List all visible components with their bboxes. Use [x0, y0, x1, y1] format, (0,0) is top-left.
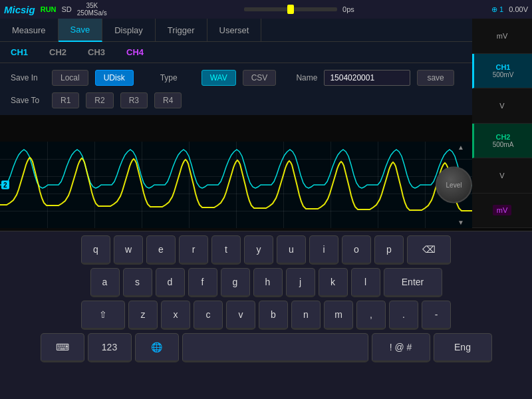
level-arrow-up: ▲	[458, 144, 464, 151]
key-m[interactable]: m	[324, 301, 353, 330]
filename-input[interactable]	[324, 70, 410, 86]
key-o[interactable]: o	[342, 235, 371, 265]
save-options: Save In Local UDisk Type WAV CSV Name sa…	[0, 63, 472, 115]
scope-screen: 2 ▲ Level ▼	[0, 142, 472, 228]
key-q[interactable]: q	[81, 235, 110, 265]
bot-mv-label: mV	[493, 205, 512, 215]
name-label: Name	[296, 73, 317, 82]
key-y[interactable]: y	[244, 235, 273, 265]
tab-userset[interactable]: Userset	[207, 19, 262, 42]
ch4-selector[interactable]: CH4	[126, 47, 144, 57]
level-arrow-down: ▼	[458, 219, 464, 226]
r3-btn[interactable]: R3	[120, 92, 148, 108]
ch3-selector[interactable]: CH3	[88, 47, 105, 57]
ch2-scale: 500mA	[493, 141, 514, 148]
key-g[interactable]: g	[221, 268, 250, 297]
keyboard-icon-key[interactable]: ⌨	[41, 333, 84, 362]
sample-rate: 35K 250MSa/s	[77, 2, 107, 17]
key-e[interactable]: e	[146, 235, 176, 265]
key-f[interactable]: f	[188, 268, 217, 297]
ch1-v-btn[interactable]: V	[472, 88, 532, 124]
ch1-panel-btn[interactable]: CH1 500mV	[472, 54, 532, 89]
ch1-indicator: ⊕ 1	[491, 5, 503, 14]
key-w[interactable]: w	[114, 235, 143, 265]
bot-mv-btn[interactable]: mV	[472, 194, 532, 229]
key-z[interactable]: z	[128, 301, 158, 330]
key-n[interactable]: n	[291, 301, 321, 330]
key-i[interactable]: i	[309, 235, 338, 265]
key-dash[interactable]: -	[422, 301, 451, 330]
ch1-scale: 500mV	[493, 71, 514, 78]
key-p[interactable]: p	[374, 235, 404, 265]
key-c[interactable]: c	[194, 301, 223, 330]
key-k[interactable]: k	[319, 268, 348, 297]
wav-btn[interactable]: WAV	[201, 70, 236, 86]
key-t[interactable]: t	[211, 235, 241, 265]
ch1-selector[interactable]: CH1	[11, 47, 28, 57]
key-h[interactable]: h	[253, 268, 283, 297]
ch1-v-label: V	[499, 102, 504, 110]
timescale-block: 0ps	[112, 5, 486, 13]
save-button[interactable]: save	[417, 70, 454, 86]
ch1-mv-btn[interactable]: mV	[472, 19, 532, 54]
udisk-btn[interactable]: UDisk	[95, 70, 134, 86]
r2-btn[interactable]: R2	[86, 92, 113, 108]
key-u[interactable]: u	[277, 235, 306, 265]
logo: Micsig	[4, 4, 35, 15]
keyboard-row2: a s d f g h j k l Enter	[3, 268, 529, 297]
tab-save[interactable]: Save	[59, 19, 103, 42]
key-v[interactable]: v	[226, 301, 255, 330]
time-slider[interactable]	[244, 7, 337, 11]
time-slider-thumb[interactable]	[287, 5, 294, 14]
ch1-panel-label: CH1	[495, 63, 510, 71]
csv-btn[interactable]: CSV	[243, 70, 277, 86]
enter-key[interactable]: Enter	[384, 268, 442, 297]
globe-key[interactable]: 🌐	[135, 333, 179, 362]
tab-display[interactable]: Display	[102, 19, 156, 42]
level-knob[interactable]: Level	[436, 167, 472, 203]
voltage-value: 0.00V	[509, 5, 528, 13]
ch2-panel-label: CH2	[495, 133, 510, 141]
level-label: Level	[446, 182, 462, 189]
r1-btn[interactable]: R1	[52, 92, 79, 108]
ch2-v-btn[interactable]: V	[472, 158, 532, 194]
shift-key[interactable]: ⇧	[81, 301, 125, 330]
key-comma[interactable]: ,	[356, 301, 386, 330]
ch2-v-label: V	[499, 172, 504, 180]
storage-type: SD	[62, 5, 72, 13]
waveform-display	[0, 142, 472, 228]
eng-key[interactable]: Eng	[434, 333, 492, 362]
key-r[interactable]: r	[179, 235, 208, 265]
key-x[interactable]: x	[161, 301, 190, 330]
tab-measure[interactable]: Measure	[0, 19, 59, 42]
ch2-selector[interactable]: CH2	[49, 47, 66, 57]
key-d[interactable]: d	[156, 268, 185, 297]
right-panel: mV CH1 500mV V CH2 500mA V mV	[472, 19, 532, 228]
save-to-label: Save To	[11, 96, 45, 105]
r4-btn[interactable]: R4	[154, 92, 182, 108]
keyboard-row3: ⇧ z x c v b n m , . -	[3, 301, 529, 330]
time-position: 0ps	[342, 5, 354, 13]
save-in-label: Save In	[11, 73, 45, 82]
key-j[interactable]: j	[286, 268, 315, 297]
channel-bar: CH1 CH2 CH3 CH4	[0, 42, 472, 63]
keyboard-row4: ⌨ 123 🌐 ! @ # Eng	[3, 333, 529, 362]
key-l[interactable]: l	[351, 268, 380, 297]
local-btn[interactable]: Local	[52, 70, 88, 86]
save-row2: Save To R1 R2 R3 R4	[11, 92, 462, 108]
topbar: Micsig RUN SD 35K 250MSa/s 0ps ⊕ 1 0.00V	[0, 0, 532, 19]
key-period[interactable]: .	[389, 301, 418, 330]
key-b[interactable]: b	[259, 301, 288, 330]
tab-trigger[interactable]: Trigger	[156, 19, 207, 42]
space-key[interactable]	[182, 333, 368, 362]
ch2-scope-label: 2	[1, 181, 9, 190]
backspace-key[interactable]: ⌫	[407, 235, 451, 265]
ch2-panel-btn[interactable]: CH2 500mA	[472, 124, 532, 159]
key-s[interactable]: s	[123, 268, 152, 297]
key-a[interactable]: a	[90, 268, 120, 297]
keyboard: q w e r t y u i o p ⌫ a s d f g h j k l …	[0, 231, 532, 399]
special-chars-key[interactable]: ! @ #	[372, 333, 430, 362]
tab-bar: Measure Save Display Trigger Userset	[0, 19, 532, 42]
save-row1: Save In Local UDisk Type WAV CSV Name sa…	[11, 70, 462, 86]
key-123[interactable]: 123	[88, 333, 132, 362]
